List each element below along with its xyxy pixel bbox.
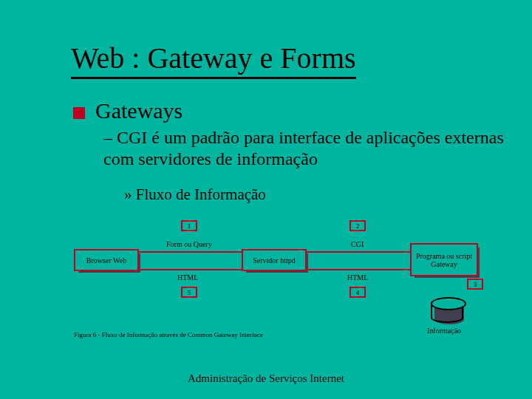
sub-point-flow: » Fluxo de Informação xyxy=(124,185,266,204)
sub-point-cgi: – CGI é um padrão para interface de apli… xyxy=(103,127,514,171)
connector-line xyxy=(139,269,242,270)
square-bullet-icon xyxy=(73,107,85,119)
edge-label-cgi: CGI xyxy=(351,240,364,248)
edge-label-html-left: HTML xyxy=(177,273,198,282)
figure-caption: Figura 6 - Fluxo de Informação através d… xyxy=(74,331,263,338)
connector-line xyxy=(307,269,410,270)
edge-label-form: Form ou Query xyxy=(166,240,212,248)
step-badge-1: 1 xyxy=(181,220,197,231)
edge-label-html-right: HTML xyxy=(347,273,368,282)
step-badge-5: 5 xyxy=(181,287,197,298)
connector-line xyxy=(139,251,242,253)
step-badge-3: 3 xyxy=(467,279,483,290)
db-label: Informação xyxy=(427,327,461,335)
box-gateway: Programa ou script Gateway xyxy=(410,243,478,276)
box-server: Servidor httpd xyxy=(242,249,307,271)
connector-line xyxy=(307,251,410,253)
bullet-row: Gateways xyxy=(73,98,183,123)
step-badge-2: 2 xyxy=(349,220,366,231)
slide-footer: Administração de Serviços Internet xyxy=(0,372,532,385)
flow-diagram: Browser Web Servidor httpd Programa ou s… xyxy=(74,212,480,330)
step-badge-4: 4 xyxy=(349,287,366,298)
bullet-text: Gateways xyxy=(95,98,183,123)
box-browser: Browser Web xyxy=(74,249,139,271)
slide-title: Web : Gateway e Forms xyxy=(71,41,356,79)
database-icon xyxy=(431,302,463,323)
